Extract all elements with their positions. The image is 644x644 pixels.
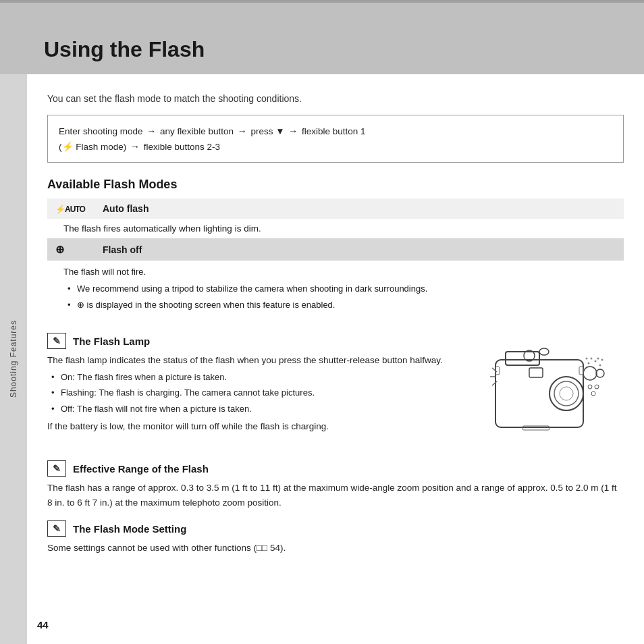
available-flash-modes-heading: Available Flash Modes <box>47 178 624 192</box>
auto-flash-desc: The flash fires automatically when light… <box>47 219 624 238</box>
flash-off-icon: ⊕ <box>47 238 95 261</box>
effective-range-section: Effective Range of the Flash The flash h… <box>47 460 624 510</box>
effective-range-title: Effective Range of the Flash <box>73 463 209 475</box>
note-icon <box>47 333 66 349</box>
note-icon <box>47 520 66 537</box>
svg-point-22 <box>601 359 603 361</box>
svg-point-14 <box>588 385 592 389</box>
flash-lamp-text: The Flash Lamp The flash lamp indicates … <box>47 333 489 434</box>
svg-point-23 <box>586 358 588 360</box>
flash-mode-setting-title: The Flash Mode Setting <box>73 523 186 535</box>
effective-range-header: Effective Range of the Flash <box>47 460 624 477</box>
svg-point-10 <box>596 369 604 377</box>
svg-rect-8 <box>529 368 543 377</box>
flash-lamp-bullets: On: The flash fires when a picture is ta… <box>47 371 475 416</box>
flash-mode-setting-header: The Flash Mode Setting <box>47 520 624 537</box>
flash-auto-icon: ⚡AUTO <box>47 198 95 219</box>
page-number: 44 <box>37 619 49 630</box>
svg-point-12 <box>539 348 549 355</box>
flash-lamp-title: The Flash Lamp <box>73 336 150 347</box>
sidebar-label: Shooting Features <box>9 320 18 398</box>
svg-point-16 <box>591 392 595 396</box>
table-row: ⚡AUTO Auto flash <box>47 198 624 219</box>
flash-lamp-section: The Flash Lamp The flash lamp indicates … <box>47 333 624 450</box>
camera-svg <box>489 340 624 448</box>
instruction-line2: (⚡ Flash mode) → flexible buttons 2-3 <box>59 142 220 152</box>
flash-mode-setting-body: Some settings cannot be used with other … <box>47 541 624 556</box>
instruction-box: Enter shooting mode → any flexible butto… <box>47 115 624 163</box>
list-item: On: The flash fires when a picture is ta… <box>47 371 475 384</box>
flash-off-bullets: We recommend using a tripod to stabilize… <box>63 282 616 311</box>
svg-point-18 <box>595 360 597 363</box>
camera-diagram <box>489 340 624 450</box>
svg-point-6 <box>554 381 579 406</box>
list-item: Flashing: The flash is charging. The cam… <box>47 386 475 400</box>
intro-text: You can set the flash mode to match the … <box>47 93 624 104</box>
svg-point-19 <box>599 365 601 367</box>
flash-off-label: Flash off <box>95 238 624 261</box>
note-icon <box>47 460 66 477</box>
page-title: Using the Flash <box>44 37 205 62</box>
svg-point-21 <box>591 358 593 360</box>
instruction-line1: Enter shooting mode → any flexible butto… <box>59 126 366 136</box>
flash-modes-table: ⚡AUTO Auto flash The flash fires automat… <box>47 198 624 321</box>
list-item: We recommend using a tripod to stabilize… <box>63 282 616 296</box>
flash-lamp-body: The flash lamp indicates the status of t… <box>47 353 475 434</box>
svg-point-17 <box>588 363 590 365</box>
svg-point-7 <box>560 387 573 400</box>
flash-mode-setting-section: The Flash Mode Setting Some settings can… <box>47 520 624 556</box>
table-row: The flash will not fire. We recommend us… <box>47 261 624 321</box>
list-item: Off: The flash will not fire when a pict… <box>47 402 475 416</box>
sidebar: Shooting Features <box>0 74 27 644</box>
svg-point-20 <box>597 358 599 360</box>
auto-flash-label: Auto flash <box>95 198 624 219</box>
list-item: ⊕ is displayed in the shooting screen wh… <box>63 298 616 312</box>
table-row: The flash fires automatically when light… <box>47 219 624 238</box>
header-band: Using the Flash <box>0 0 644 74</box>
table-row: ⊕ Flash off <box>47 238 624 261</box>
flash-lamp-desc: The flash lamp indicates the status of t… <box>47 353 475 368</box>
svg-rect-0 <box>495 360 583 427</box>
flash-lamp-footer: If the battery is low, the monitor will … <box>47 419 475 434</box>
flash-lamp-header: The Flash Lamp <box>47 333 475 349</box>
svg-point-15 <box>595 385 599 389</box>
svg-point-9 <box>583 367 597 380</box>
flash-off-desc: The flash will not fire. We recommend us… <box>47 261 624 321</box>
effective-range-body: The flash has a range of approx. 0.3 to … <box>47 481 624 510</box>
main-content: You can set the flash mode to match the … <box>27 74 644 580</box>
